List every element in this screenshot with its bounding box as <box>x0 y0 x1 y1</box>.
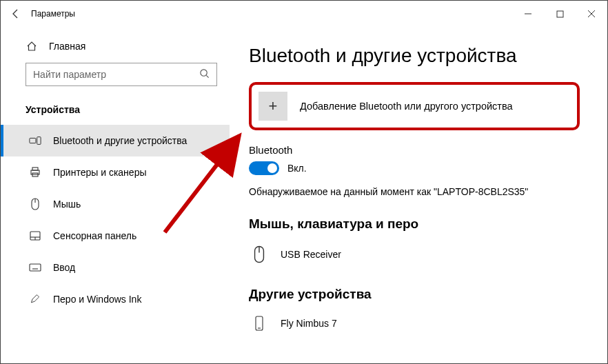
device-label: Fly Nimbus 7 <box>281 318 337 329</box>
device-row-fly-nimbus[interactable]: Fly Nimbus 7 <box>249 312 588 335</box>
devices-icon <box>28 136 42 145</box>
window-title: Параметры <box>31 9 75 19</box>
sidebar-item-printers[interactable]: Принтеры и сканеры <box>1 156 230 188</box>
window-controls <box>512 1 607 27</box>
sidebar-item-mouse[interactable]: Мышь <box>1 188 230 220</box>
svg-line-5 <box>206 75 208 77</box>
mouse-icon <box>28 198 42 210</box>
svg-rect-7 <box>37 137 41 145</box>
phone-icon <box>250 316 268 331</box>
sidebar-item-bluetooth[interactable]: Bluetooth и другие устройства <box>1 125 230 156</box>
sidebar-item-label: Мышь <box>53 199 81 210</box>
bluetooth-toggle[interactable] <box>249 161 279 175</box>
pen-icon <box>28 294 42 305</box>
discoverable-text: Обнаруживаемое на данный момент как "LAP… <box>249 186 588 197</box>
minimize-button[interactable] <box>512 1 544 27</box>
back-button[interactable] <box>6 4 26 23</box>
sidebar-item-touchpad[interactable]: Сенсорная панель <box>1 220 230 252</box>
svg-rect-6 <box>30 138 36 143</box>
search-icon <box>199 68 210 81</box>
page-title: Bluetooth и другие устройства <box>249 45 588 67</box>
sidebar: Главная Найти параметр Устройства Blueto… <box>1 27 230 364</box>
maximize-button[interactable] <box>544 1 576 27</box>
home-icon <box>26 41 38 52</box>
mouse-icon <box>250 245 268 263</box>
sidebar-home[interactable]: Главная <box>1 34 230 59</box>
add-device-label: Добавление Bluetooth или другого устройс… <box>300 101 513 112</box>
printer-icon <box>28 167 42 178</box>
sidebar-item-label: Сенсорная панель <box>53 230 136 241</box>
bluetooth-section-title: Bluetooth <box>249 144 588 156</box>
device-label: USB Receiver <box>281 249 341 260</box>
add-device-button[interactable]: + Добавление Bluetooth или другого устро… <box>249 82 580 130</box>
plus-icon: + <box>259 92 287 121</box>
touchpad-icon <box>28 231 42 241</box>
close-button[interactable] <box>576 1 607 27</box>
sidebar-item-label: Перо и Windows Ink <box>53 294 141 305</box>
sidebar-item-label: Принтеры и сканеры <box>53 167 146 178</box>
svg-rect-16 <box>30 264 41 271</box>
titlebar: Параметры <box>1 1 607 27</box>
mouse-kb-section-title: Мышь, клавиатура и перо <box>249 216 588 232</box>
search-placeholder: Найти параметр <box>33 69 106 80</box>
device-row-usb-receiver[interactable]: USB Receiver <box>249 241 588 267</box>
sidebar-item-pen[interactable]: Перо и Windows Ink <box>1 283 230 315</box>
keyboard-icon <box>28 263 42 272</box>
main-panel: Bluetooth и другие устройства + Добавлен… <box>230 27 607 364</box>
sidebar-item-typing[interactable]: Ввод <box>1 252 230 283</box>
sidebar-item-label: Ввод <box>53 262 75 273</box>
bluetooth-toggle-label: Вкл. <box>287 163 307 174</box>
sidebar-group-label: Устройства <box>1 89 230 125</box>
svg-rect-1 <box>557 11 563 17</box>
sidebar-home-label: Главная <box>49 41 85 52</box>
svg-point-4 <box>201 70 207 76</box>
sidebar-item-label: Bluetooth и другие устройства <box>53 135 187 146</box>
search-input[interactable]: Найти параметр <box>26 63 217 86</box>
other-devices-section-title: Другие устройства <box>249 287 588 302</box>
svg-rect-8 <box>32 168 38 170</box>
